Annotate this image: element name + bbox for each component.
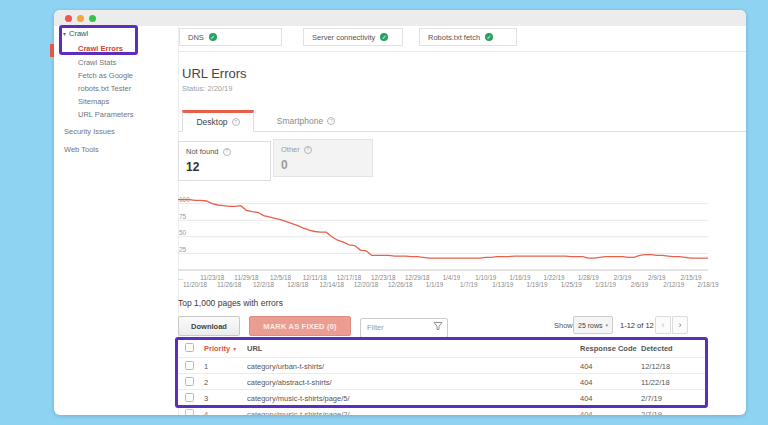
url-link[interactable]: category/urban-t-shirts/ xyxy=(247,362,324,371)
sidebar-item-crawl[interactable]: ▾Crawl xyxy=(63,29,88,38)
header-divider xyxy=(178,51,746,52)
check-icon: ✓ xyxy=(209,33,217,41)
check-icon: ✓ xyxy=(485,33,493,41)
priority-cell: 4 xyxy=(204,410,208,415)
column-detected[interactable]: Detected xyxy=(641,344,673,353)
x-tick-label: 11/26/18 xyxy=(217,281,241,288)
sidebar-item-sitemaps[interactable]: Sitemaps xyxy=(78,97,109,106)
x-tick-label: 11/29/18 xyxy=(234,274,258,281)
chart-x-axis-labels: ...11/23/1811/29/1812/5/1812/11/1812/17/… xyxy=(178,274,708,289)
x-tick-label: 1/16/19 xyxy=(509,274,530,281)
x-tick-label: 11/23/18 xyxy=(200,274,224,281)
x-tick-label: 12/20/18 xyxy=(354,281,379,288)
chevron-down-icon: ▾ xyxy=(606,322,609,328)
x-tick-label: 12/17/18 xyxy=(337,274,362,281)
pagination-next-button[interactable]: › xyxy=(672,316,688,334)
x-tick-label: 1/25/19 xyxy=(561,281,582,288)
chevron-left-icon: ‹ xyxy=(662,320,665,330)
filter-funnel-icon xyxy=(433,321,443,331)
y-tick-label: 25 xyxy=(179,246,187,253)
x-tick-label: 2/15/19 xyxy=(680,274,701,281)
status-tab-dns[interactable]: DNS ✓ xyxy=(179,28,282,46)
column-priority[interactable]: Priority ▼ xyxy=(204,344,237,353)
x-tick-label: 12/29/18 xyxy=(405,274,430,281)
x-tick-label: 2/6/19 xyxy=(631,281,649,288)
table-row[interactable]: 2category/abstract-t-shirts/40411/22/18 xyxy=(178,373,705,389)
maximize-button[interactable] xyxy=(89,15,96,22)
card-not-found[interactable]: Not found ? 12 xyxy=(178,141,271,181)
y-tick-label: 50 xyxy=(179,229,187,236)
table-body: 1category/urban-t-shirts/40412/12/182cat… xyxy=(178,357,705,405)
url-link[interactable]: category/music-t-shirts/page/5/ xyxy=(247,394,350,403)
card-label: Not found xyxy=(186,147,219,156)
filter-field-wrap xyxy=(360,316,448,336)
help-icon[interactable]: ? xyxy=(232,118,240,126)
chevron-right-icon: › xyxy=(679,320,682,330)
minimize-button[interactable] xyxy=(77,15,84,22)
x-tick-label: 2/18/19 xyxy=(697,281,718,288)
errors-line-chart: 255075100 xyxy=(178,196,708,272)
priority-cell: 2 xyxy=(204,378,208,387)
help-icon[interactable]: ? xyxy=(304,146,312,154)
table-row[interactable]: 1category/urban-t-shirts/40412/12/18 xyxy=(178,357,705,373)
tab-smartphone[interactable]: Smartphone ? xyxy=(266,112,346,130)
sidebar-item-web-tools[interactable]: Web Tools xyxy=(64,145,99,154)
caret-down-icon: ▾ xyxy=(63,31,66,37)
row-checkbox[interactable] xyxy=(185,409,194,415)
row-checkbox[interactable] xyxy=(185,361,194,370)
column-response-code[interactable]: Response Code xyxy=(580,344,637,353)
not-found-count: 12 xyxy=(186,160,263,174)
other-count: 0 xyxy=(281,158,365,172)
detected-cell: 2/7/19 xyxy=(641,394,662,403)
check-icon: ✓ xyxy=(380,33,388,41)
column-url[interactable]: URL xyxy=(247,344,262,353)
help-icon[interactable]: ? xyxy=(327,117,335,125)
pagination-range: 1-12 of 12 xyxy=(620,321,654,330)
tab-label: Desktop xyxy=(196,117,227,127)
x-tick-label: 1/4/19 xyxy=(443,274,461,281)
sidebar-item-url-parameters[interactable]: URL Parameters xyxy=(78,110,134,119)
sidebar-item-crawl-stats[interactable]: Crawl Stats xyxy=(78,58,116,67)
select-all-checkbox[interactable] xyxy=(185,343,194,352)
row-checkbox[interactable] xyxy=(185,393,194,402)
status-tab-server-connectivity[interactable]: Server connectivity ✓ xyxy=(303,28,403,46)
status-tab-robots-fetch[interactable]: Robots.txt fetch ✓ xyxy=(419,28,517,46)
url-link[interactable]: category/abstract-t-shirts/ xyxy=(247,378,332,387)
tab-label: Smartphone xyxy=(277,116,323,126)
url-link[interactable]: category/music-t-shirts/page/2/ xyxy=(247,410,350,415)
status-tab-label: Server connectivity xyxy=(312,33,375,42)
detected-cell: 2/7/19 xyxy=(641,410,662,415)
download-button[interactable]: Download xyxy=(178,316,240,336)
device-tab-underline xyxy=(178,131,746,132)
mark-as-fixed-button[interactable]: MARK AS FIXED (0) xyxy=(249,316,351,336)
x-tick-label: 1/7/19 xyxy=(460,281,478,288)
card-label: Other xyxy=(281,145,300,154)
sidebar-item-label: Crawl xyxy=(69,29,88,38)
card-other[interactable]: Other ? 0 xyxy=(273,139,373,177)
sidebar-item-robots-tester[interactable]: robots.txt Tester xyxy=(78,84,131,93)
status-tab-label: Robots.txt fetch xyxy=(428,33,480,42)
close-button[interactable] xyxy=(65,15,72,22)
annotation-box-table: Priority ▼ URL Response Code Detected 1c… xyxy=(175,337,708,408)
response-code-cell: 404 xyxy=(580,362,593,371)
help-icon[interactable]: ? xyxy=(223,148,231,156)
sidebar-item-fetch-as-google[interactable]: Fetch as Google xyxy=(78,71,133,80)
x-tick-label: ... xyxy=(178,274,183,281)
x-tick-label: 2/3/19 xyxy=(614,274,632,281)
x-tick-label: 1/13/19 xyxy=(492,281,513,288)
x-tick-label: 12/11/18 xyxy=(303,274,327,281)
priority-cell: 3 xyxy=(204,394,208,403)
sidebar-item-security-issues[interactable]: Security Issues xyxy=(64,127,115,136)
x-tick-label: 1/28/19 xyxy=(578,274,599,281)
detected-cell: 12/12/18 xyxy=(641,362,670,371)
tab-desktop[interactable]: Desktop ? xyxy=(182,110,254,132)
pagination-prev-button[interactable]: ‹ xyxy=(655,316,671,334)
browser-window: ▾Crawl Crawl Errors Crawl Stats Fetch as… xyxy=(54,10,746,415)
not-found-series-line xyxy=(178,200,708,258)
rows-per-page-select[interactable]: 25 rows ▾ xyxy=(573,316,613,334)
sidebar-item-crawl-errors[interactable]: Crawl Errors xyxy=(78,44,123,53)
response-code-cell: 404 xyxy=(580,394,593,403)
table-row[interactable]: 3category/music-t-shirts/page/5/4042/7/1… xyxy=(178,389,705,405)
desktop-background: { "colors": { "accent_red": "#e8604c", "… xyxy=(0,0,768,425)
row-checkbox[interactable] xyxy=(185,377,194,386)
